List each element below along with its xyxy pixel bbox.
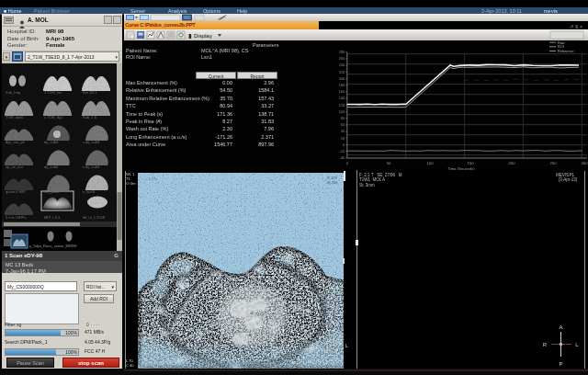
svg-text:160: 160 — [339, 90, 345, 94]
svg-text:W 256: W 256 — [327, 180, 338, 185]
svg-text:240: 240 — [339, 63, 345, 67]
svg-text:F: F — [328, 346, 332, 351]
svg-text:150: 150 — [468, 161, 475, 165]
svg-text:140: 140 — [339, 97, 345, 100]
svg-text:L: L — [575, 342, 579, 347]
svg-text:220: 220 — [339, 71, 345, 74]
svg-text:60: 60 — [341, 123, 345, 127]
svg-text:120: 120 — [339, 104, 345, 108]
svg-text:ROI: ROI — [558, 45, 564, 49]
svg-text:200: 200 — [509, 161, 516, 165]
svg-text:80: 80 — [341, 117, 345, 120]
svg-text:-40: -40 — [340, 156, 345, 160]
svg-text:50: 50 — [387, 161, 391, 165]
svg-text:200: 200 — [339, 77, 345, 81]
svg-text:y_5dyn_Roca_series_MRI98: y_5dyn_Roca_series_MRI98 — [29, 244, 77, 248]
svg-text:260: 260 — [339, 57, 345, 61]
svg-text:+ 1.77s: + 1.77s — [145, 176, 157, 181]
svg-text:300: 300 — [582, 161, 588, 165]
svg-text:Reference: Reference — [558, 50, 574, 53]
svg-text:100: 100 — [339, 110, 345, 114]
svg-text:0: 0 — [343, 143, 345, 147]
svg-text:-20: -20 — [340, 150, 345, 153]
svg-text:250: 250 — [550, 161, 558, 165]
svg-text:R: R — [543, 342, 548, 347]
svg-text:▮: ▮ — [188, 32, 192, 39]
svg-text:Display: Display — [194, 33, 212, 39]
svg-text:100: 100 — [427, 161, 435, 165]
svg-text:A: A — [559, 324, 562, 330]
svg-text:40: 40 — [341, 130, 345, 133]
svg-text:0: 0 — [346, 161, 349, 165]
svg-text:P: P — [559, 361, 562, 367]
svg-text:20: 20 — [341, 137, 345, 141]
svg-text:O: O — [310, 346, 314, 351]
svg-text:280: 280 — [339, 51, 345, 54]
svg-text:180: 180 — [339, 84, 345, 87]
svg-text:Raw: Raw — [558, 41, 565, 45]
